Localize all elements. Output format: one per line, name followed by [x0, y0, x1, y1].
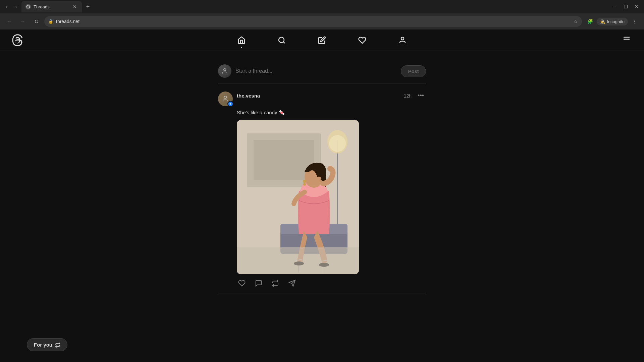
- incognito-badge[interactable]: 🕵 Incognito: [597, 18, 628, 25]
- nav-search-button[interactable]: [275, 34, 288, 47]
- svg-line-1: [283, 42, 285, 43]
- post-button[interactable]: Post: [401, 65, 426, 77]
- current-user-avatar: [218, 64, 231, 78]
- tab-nav-forward[interactable]: ›: [12, 3, 20, 11]
- post-username[interactable]: the.vesna: [237, 93, 260, 99]
- svg-point-2: [401, 37, 404, 40]
- tab-bar: ‹ › Threads ✕ + ─ ❐ ✕: [0, 0, 644, 13]
- url-text: threads.net: [56, 19, 571, 24]
- content-area[interactable]: Post + the.vesna: [0, 51, 644, 362]
- post-more-button[interactable]: •••: [416, 92, 426, 100]
- thread-input[interactable]: [235, 68, 397, 74]
- window-controls: ─ ❐ ✕: [610, 2, 641, 11]
- post-meta: the.vesna 12h •••: [237, 92, 426, 100]
- for-you-label: For you: [34, 342, 52, 348]
- forward-button[interactable]: →: [17, 16, 28, 27]
- close-button[interactable]: ✕: [632, 2, 641, 11]
- new-tab-button[interactable]: +: [83, 2, 93, 11]
- post-actions: [218, 278, 426, 288]
- svg-point-0: [279, 37, 284, 43]
- post-header: + the.vesna 12h •••: [218, 92, 426, 106]
- nav-profile-button[interactable]: [396, 34, 409, 47]
- nav-home-button[interactable]: [235, 34, 248, 47]
- incognito-icon: 🕵: [600, 19, 605, 24]
- lock-icon: 🔒: [48, 19, 53, 24]
- refresh-icon: [55, 342, 60, 348]
- svg-point-24: [303, 180, 306, 183]
- minimize-button[interactable]: ─: [610, 2, 620, 11]
- repost-button[interactable]: [270, 278, 280, 288]
- back-button[interactable]: ←: [4, 16, 15, 27]
- svg-point-5: [224, 69, 226, 71]
- tab-favicon: [25, 4, 31, 9]
- nav-create-button[interactable]: [315, 34, 329, 47]
- active-tab[interactable]: Threads ✕: [21, 1, 82, 12]
- for-you-pill[interactable]: For you: [27, 338, 67, 351]
- browser-actions: 🧩 🕵 Incognito ⋮: [585, 16, 640, 27]
- share-button[interactable]: [287, 278, 297, 288]
- reload-button[interactable]: ↻: [31, 16, 42, 27]
- feed: Post + the.vesna: [218, 59, 426, 354]
- post: + the.vesna 12h ••• She's like a candy 🍬: [218, 86, 426, 294]
- post-image[interactable]: [237, 120, 359, 274]
- nav-menu-button[interactable]: [620, 33, 633, 48]
- browser-menu-button[interactable]: ⋮: [629, 16, 640, 27]
- post-time: 12h: [404, 93, 412, 99]
- tab-title: Threads: [34, 4, 69, 9]
- browser-chrome: ‹ › Threads ✕ + ─ ❐ ✕ ← → ↻ 🔒 threads.ne…: [0, 0, 644, 29]
- restore-button[interactable]: ❐: [621, 2, 631, 11]
- post-avatar-container: +: [218, 92, 233, 106]
- extensions-button[interactable]: 🧩: [585, 16, 595, 27]
- bookmark-icon: ☆: [574, 19, 578, 24]
- nav-activity-button[interactable]: [356, 34, 369, 47]
- new-thread-composer: Post: [218, 59, 426, 83]
- top-nav: [0, 29, 644, 51]
- svg-point-12: [329, 135, 346, 152]
- svg-point-25: [303, 183, 306, 186]
- svg-point-6: [224, 96, 226, 99]
- post-text: She's like a candy 🍬: [237, 109, 426, 117]
- like-button[interactable]: [237, 278, 247, 288]
- svg-rect-23: [237, 247, 359, 274]
- threads-logo[interactable]: [11, 34, 24, 47]
- threads-app: Post + the.vesna: [0, 29, 644, 362]
- comment-button[interactable]: [254, 278, 264, 288]
- nav-icons: [235, 34, 409, 47]
- address-bar[interactable]: 🔒 threads.net ☆: [44, 16, 582, 27]
- tab-nav-back[interactable]: ‹: [3, 3, 11, 11]
- address-bar-row: ← → ↻ 🔒 threads.net ☆ 🧩 🕵 Incognito ⋮: [0, 13, 644, 29]
- post-meta-right: 12h •••: [404, 92, 426, 100]
- follow-button-small[interactable]: +: [227, 101, 233, 107]
- post-content: She's like a candy 🍬: [218, 109, 426, 274]
- tab-close-button[interactable]: ✕: [72, 4, 78, 10]
- incognito-label: Incognito: [607, 19, 625, 24]
